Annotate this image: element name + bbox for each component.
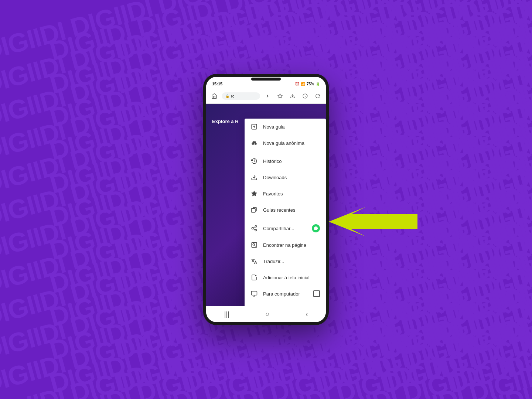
- status-right: ⏰ 📶 75% 🔋: [295, 82, 320, 86]
- menu-divider: [245, 219, 326, 219]
- svg-marker-31: [329, 207, 417, 236]
- menu-item-label-historico: Histórico: [263, 158, 320, 164]
- whatsapp-icon: [312, 224, 320, 232]
- forward-button[interactable]: [262, 91, 273, 101]
- menu-item-label-nova-guia-anonima: Nova guia anônima: [263, 140, 320, 146]
- phone-inner: 15:15 ⏰ 📶 75% 🔋 🔒 rc: [206, 77, 326, 322]
- menu-item-label-favoritos: Favoritos: [263, 191, 320, 197]
- svg-marker-14: [252, 191, 257, 196]
- page-explore-text: Explore a R: [212, 119, 239, 124]
- translate-icon: [250, 258, 258, 265]
- battery-icon: 🔋: [316, 82, 320, 86]
- svg-point-22: [253, 243, 255, 245]
- add-home-icon: [250, 274, 258, 281]
- menu-item-label-compartilhar: Compartilhar...: [263, 226, 307, 231]
- wifi-icon: 📶: [301, 82, 305, 86]
- whatsapp-badge: [312, 224, 320, 232]
- svg-point-17: [252, 228, 253, 229]
- menu-item-label-downloads: Downloads: [263, 175, 320, 180]
- menu-item-adicionar-tela-inicial[interactable]: Adicionar à tela inicial: [245, 269, 326, 286]
- home-button[interactable]: [209, 91, 219, 101]
- checkbox-unchecked: [313, 290, 320, 297]
- context-menu: Nova guiaNova guia anônimaHistóricoDownl…: [245, 119, 326, 306]
- menu-item-nova-guia-anonima[interactable]: Nova guia anônima: [245, 135, 326, 151]
- incognito-icon: [250, 139, 258, 147]
- info-button[interactable]: [300, 91, 310, 101]
- scene: 15:15 ⏰ 📶 75% 🔋 🔒 rc: [203, 74, 329, 325]
- nav-menu-icon[interactable]: |||: [224, 310, 229, 318]
- menu-item-label-nova-guia: Nova guia: [263, 124, 320, 130]
- address-bar[interactable]: 🔒 rc: [222, 92, 260, 100]
- page-content: Explore a R Nova guiaNova guia anônimaHi…: [206, 104, 326, 306]
- menu-item-label-guias-recentes: Guias recentes: [263, 207, 320, 213]
- menu-item-label-traduzir: Traduzir...: [263, 259, 320, 264]
- menu-divider: [245, 152, 326, 152]
- menu-item-encontrar[interactable]: Encontrar na página: [245, 237, 326, 253]
- battery-text: 75%: [307, 82, 314, 86]
- phone-device: 15:15 ⏰ 📶 75% 🔋 🔒 rc: [203, 74, 329, 325]
- star-icon: [250, 190, 258, 197]
- phone-notch: [251, 78, 281, 81]
- plus-square-icon: [250, 123, 258, 130]
- bookmark-button[interactable]: [275, 91, 285, 101]
- bottom-nav: ||| ○ ‹: [206, 306, 326, 322]
- svg-point-16: [255, 226, 257, 228]
- menu-item-para-computador[interactable]: Para computador: [245, 286, 326, 302]
- alarm-icon: ⏰: [295, 82, 299, 86]
- svg-point-12: [255, 143, 256, 144]
- menu-item-favoritos[interactable]: Favoritos: [245, 185, 326, 202]
- menu-item-label-para-computador: Para computador: [263, 291, 308, 297]
- search-page-icon: [250, 241, 258, 249]
- tabs-icon: [250, 206, 258, 214]
- history-icon: [250, 157, 258, 165]
- status-time: 15:15: [212, 82, 222, 86]
- svg-line-20: [253, 227, 255, 228]
- svg-rect-15: [252, 208, 256, 212]
- menu-item-compartilhar[interactable]: Compartilhar...: [245, 220, 326, 237]
- arrow-annotation: [329, 207, 417, 236]
- desktop-mode-checkbox[interactable]: [313, 290, 320, 297]
- menu-item-historico[interactable]: Histórico: [245, 153, 326, 169]
- menu-item-guias-recentes[interactable]: Guias recentes: [245, 202, 326, 218]
- share-icon: [250, 225, 258, 232]
- url-text: rc: [231, 94, 234, 98]
- browser-toolbar: 🔒 rc: [206, 89, 326, 104]
- download-toolbar-button[interactable]: [287, 91, 298, 101]
- refresh-button[interactable]: [313, 91, 323, 101]
- nav-back-icon[interactable]: ‹: [306, 310, 308, 318]
- desktop-icon: [250, 290, 258, 297]
- svg-line-23: [255, 245, 256, 246]
- menu-item-label-adicionar-tela-inicial: Adicionar à tela inicial: [263, 275, 320, 280]
- menu-item-traduzir[interactable]: Traduzir...: [245, 253, 326, 269]
- menu-item-nova-guia[interactable]: Nova guia: [245, 119, 326, 135]
- menu-item-label-encontrar: Encontrar na página: [263, 242, 320, 248]
- menu-item-downloads[interactable]: Downloads: [245, 169, 326, 185]
- menu-item-configuracoes[interactable]: Configurações: [245, 302, 326, 306]
- download-icon: [250, 174, 258, 181]
- svg-rect-27: [252, 291, 257, 295]
- svg-line-19: [253, 229, 255, 230]
- svg-marker-0: [278, 94, 282, 98]
- nav-home-icon[interactable]: ○: [266, 310, 270, 318]
- svg-point-11: [253, 143, 253, 144]
- lock-icon: 🔒: [225, 94, 229, 98]
- svg-point-18: [255, 229, 257, 231]
